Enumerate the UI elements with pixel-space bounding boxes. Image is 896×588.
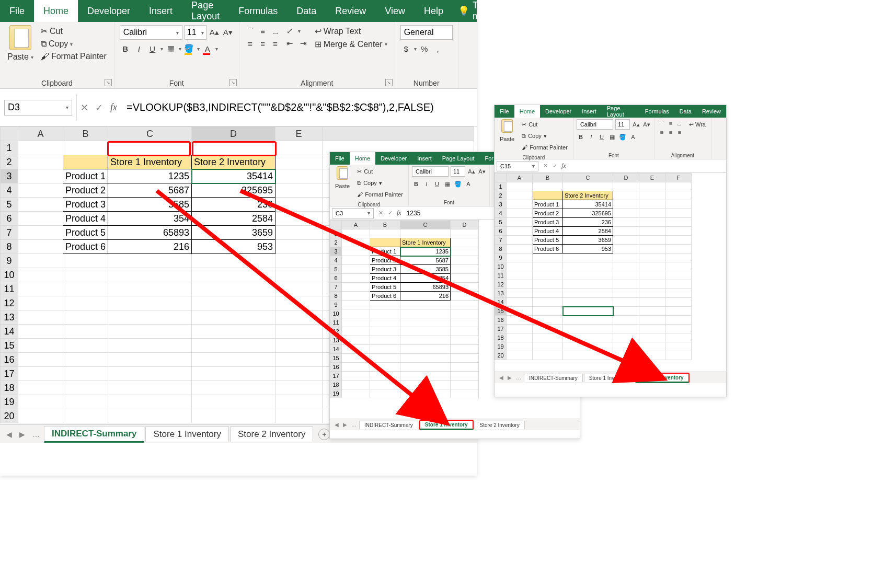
row-header[interactable]: 20 [1, 409, 18, 423]
cell[interactable]: Product 6 [533, 245, 563, 253]
tab-developer[interactable]: Developer [375, 152, 412, 165]
sheet-tab-summary[interactable]: INDIRECT-Summary [44, 426, 144, 443]
merge-center-button[interactable]: ⊞Merge & Center ▾ [313, 38, 389, 50]
row-header[interactable]: 14 [1, 325, 18, 339]
row-header[interactable]: 9 [1, 254, 18, 268]
paste-icon[interactable] [501, 119, 513, 133]
row-header[interactable]: 2 [1, 155, 18, 169]
cell[interactable]: Product 3 [533, 218, 563, 227]
row-header[interactable]: 17 [1, 367, 18, 381]
cell[interactable]: 325695 [192, 183, 275, 198]
cell[interactable]: 3585 [108, 198, 192, 212]
paste-button[interactable]: Paste [498, 134, 516, 144]
tab-nav-next-icon[interactable]: ▶ [341, 422, 349, 428]
grow-font-icon[interactable]: A▴ [632, 120, 640, 129]
cell[interactable]: Product 1 [533, 200, 563, 209]
shrink-font-icon[interactable]: A▾ [478, 167, 486, 176]
row-header[interactable]: 5 [1, 198, 18, 212]
cell[interactable]: Product 5 [370, 283, 400, 292]
tab-file[interactable]: File [495, 105, 514, 118]
tell-me[interactable]: 💡Tell me [453, 0, 492, 22]
tab-insert[interactable]: Insert [577, 105, 602, 118]
row-header[interactable]: 11 [1, 282, 18, 296]
col-header[interactable]: A [507, 174, 533, 182]
col-header[interactable]: D [192, 127, 275, 141]
underline-button[interactable]: U [147, 43, 158, 54]
row-header[interactable]: 16 [1, 353, 18, 367]
cell[interactable]: 65893 [108, 226, 192, 240]
tab-nav-prev-icon[interactable]: ◀ [3, 430, 15, 439]
font-color-button[interactable]: A [464, 180, 473, 188]
fx-icon[interactable]: fx [559, 162, 568, 170]
tab-developer[interactable]: Developer [78, 0, 140, 22]
cell[interactable]: 2584 [563, 227, 613, 236]
bold-button[interactable]: B [577, 133, 585, 141]
cell[interactable]: 35414 [563, 200, 613, 209]
bold-button[interactable]: B [120, 43, 131, 54]
tab-insert[interactable]: Insert [140, 0, 182, 22]
tab-page-layout[interactable]: Page Layout [182, 0, 229, 22]
italic-button[interactable]: I [587, 133, 595, 141]
format-painter-button[interactable]: 🖌Format Painter [355, 189, 405, 200]
cell[interactable]: 236 [563, 218, 613, 227]
font-color-button[interactable]: A [629, 133, 637, 141]
accounting-button[interactable]: $ [400, 43, 412, 54]
sheet-tab-store2[interactable]: Store 2 Inventory [475, 421, 525, 429]
tab-developer[interactable]: Developer [540, 105, 577, 118]
sheet-tab-summary[interactable]: INDIRECT-Summary [359, 421, 418, 429]
cell[interactable]: Product 6 [63, 240, 108, 254]
italic-button[interactable]: I [133, 43, 145, 54]
borders-button[interactable]: ▦ [608, 133, 616, 141]
copy-button[interactable]: ⧉Copy ▾ [520, 131, 570, 141]
col-header[interactable]: C [563, 174, 613, 182]
cell[interactable]: Product 2 [63, 183, 108, 198]
cell[interactable]: 3659 [563, 236, 613, 245]
cell[interactable]: 1235 [108, 169, 192, 183]
cell[interactable]: 953 [192, 240, 275, 254]
cell[interactable]: 216 [108, 240, 192, 254]
cell[interactable]: 325695 [563, 209, 613, 218]
font-size-combo[interactable]: 11 [451, 166, 465, 177]
col-header[interactable]: B [533, 174, 563, 182]
fill-color-button[interactable]: 🪣 [618, 133, 627, 141]
col-header[interactable]: F [665, 174, 692, 182]
col-header[interactable]: A [342, 221, 370, 229]
sheet-tab-store1[interactable]: Store 1 Inventory [584, 374, 634, 382]
tab-data[interactable]: Data [287, 0, 326, 22]
cut-button[interactable]: ✂Cut [355, 166, 405, 177]
tab-file[interactable]: File [330, 152, 350, 165]
copy-button[interactable]: ⧉Copy ▾ [355, 178, 405, 188]
paste-button[interactable]: Paste [333, 181, 352, 191]
tab-page-layout[interactable]: Page Layout [602, 105, 640, 118]
col-header[interactable]: D [613, 174, 639, 182]
decrease-indent-icon[interactable]: ⇤ [284, 38, 296, 49]
tab-nav-prev-icon[interactable]: ◀ [333, 422, 340, 428]
sheet-tab-store2[interactable]: Store 2 Inventory [230, 426, 313, 442]
cell[interactable]: Product 4 [533, 227, 563, 236]
align-top-icon[interactable]: ⎴ [245, 25, 256, 37]
shrink-font-icon[interactable]: A▾ [222, 27, 234, 38]
copy-button[interactable]: ⧉Copy ▾ [39, 38, 109, 50]
tab-data[interactable]: Data [674, 105, 697, 118]
row-header[interactable]: 8 [1, 240, 18, 254]
sheet-tab-store1[interactable]: Store 1 Inventory [145, 426, 228, 442]
percent-button[interactable]: % [419, 43, 430, 54]
font-name-combo[interactable]: Calibri [577, 119, 613, 130]
add-sheet-button[interactable]: + [318, 429, 330, 440]
underline-button[interactable]: U [433, 180, 441, 188]
row-header[interactable]: 19 [1, 395, 18, 409]
font-size-combo[interactable]: 11 [615, 119, 630, 130]
name-box[interactable]: C15▾ [497, 161, 538, 171]
grow-font-icon[interactable]: A▴ [209, 27, 220, 38]
col-header[interactable]: C [108, 127, 192, 141]
active-cell[interactable] [563, 307, 613, 316]
font-launcher[interactable]: ↘ [229, 79, 237, 86]
row-header[interactable]: 10 [1, 268, 18, 282]
active-cell[interactable]: 35414 [192, 169, 275, 183]
font-name-combo[interactable]: Calibri [412, 166, 449, 177]
cell[interactable]: 236 [192, 198, 275, 212]
borders-button[interactable]: ▦ [165, 43, 177, 54]
cell[interactable]: Product 5 [63, 226, 108, 240]
tab-insert[interactable]: Insert [412, 152, 437, 165]
tab-home[interactable]: Home [514, 105, 540, 118]
